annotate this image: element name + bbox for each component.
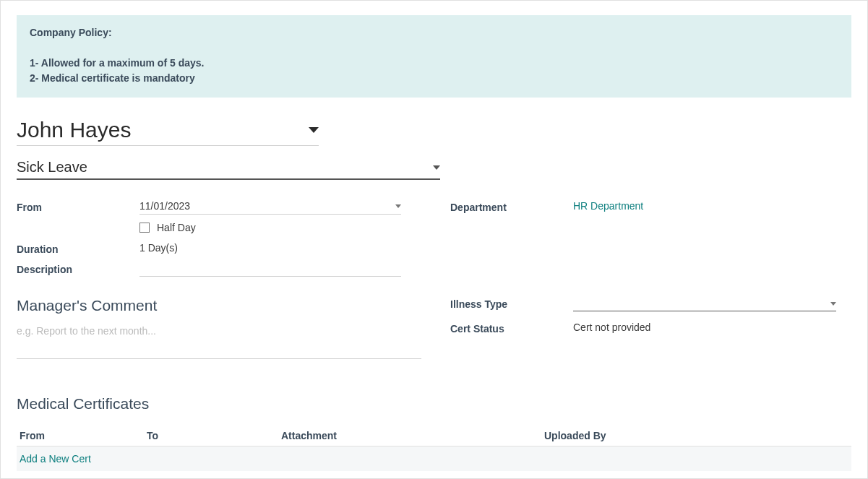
duration-value: 1 Day(s): [139, 242, 421, 254]
policy-line-2: 2- Medical certificate is mandatory: [30, 71, 838, 86]
certificates-title: Medical Certificates: [17, 395, 851, 413]
from-date-input[interactable]: 11/01/2023: [139, 200, 401, 215]
leave-form-page: Company Policy: 1- Allowed for a maximum…: [0, 0, 868, 479]
duration-label: Duration: [17, 242, 139, 255]
half-day-checkbox[interactable]: [139, 223, 150, 233]
certificates-table-header: From To Attachment Uploaded By: [17, 426, 851, 446]
policy-title: Company Policy:: [30, 27, 838, 38]
department-label: Department: [450, 200, 573, 213]
description-input[interactable]: [139, 262, 401, 277]
leave-type-dropdown[interactable]: Sick Leave: [17, 159, 440, 180]
cert-col-from: From: [20, 430, 147, 441]
from-label: From: [17, 200, 139, 213]
caret-down-icon: [830, 302, 836, 306]
department-link[interactable]: HR Department: [573, 200, 643, 212]
employee-name: John Hayes: [17, 118, 131, 142]
caret-down-icon: [395, 204, 401, 208]
policy-line-1: 1- Allowed for a maximum of 5 days.: [30, 56, 838, 71]
description-label: Description: [17, 262, 139, 275]
employee-dropdown[interactable]: John Hayes: [17, 118, 319, 146]
from-date-value: 11/01/2023: [139, 200, 190, 212]
cert-col-attachment: Attachment: [281, 430, 544, 441]
cert-status-label: Cert Status: [450, 322, 573, 335]
manager-comment-input[interactable]: [17, 325, 421, 359]
caret-down-icon: [309, 127, 319, 133]
policy-banner: Company Policy: 1- Allowed for a maximum…: [17, 15, 851, 98]
add-cert-link[interactable]: Add a New Cert: [20, 453, 91, 465]
cert-status-value: Cert not provided: [573, 322, 851, 333]
cert-col-to: To: [147, 430, 281, 441]
illness-type-label: Illness Type: [450, 297, 573, 310]
manager-comment-title: Manager's Comment: [17, 297, 421, 314]
illness-type-dropdown[interactable]: [573, 297, 836, 311]
caret-down-icon: [433, 165, 440, 170]
cert-col-uploaded-by: Uploaded By: [544, 430, 848, 441]
add-cert-row: Add a New Cert: [17, 446, 851, 471]
leave-type-value: Sick Leave: [17, 159, 87, 176]
half-day-label: Half Day: [157, 222, 196, 233]
